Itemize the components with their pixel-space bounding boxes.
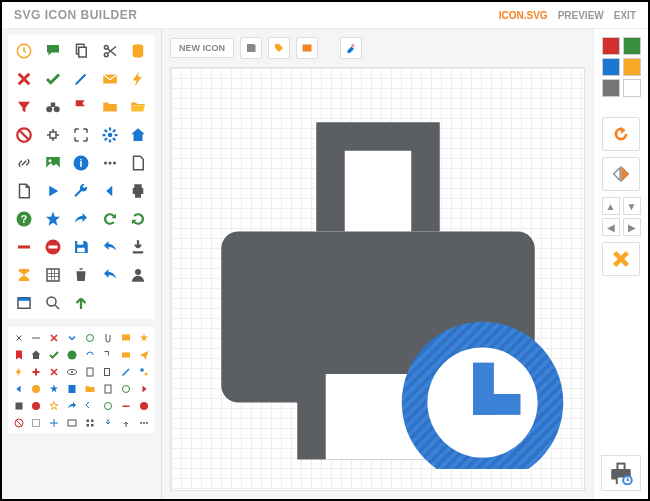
sm-docs-icon[interactable] [100,364,115,379]
document-icon[interactable] [126,151,150,175]
sm-folder2-icon[interactable] [83,381,98,396]
nudge-right-button[interactable]: ▶ [623,218,641,236]
sm-next-icon[interactable] [136,381,151,396]
sm-fav-icon[interactable] [47,398,62,413]
sm-doc-icon[interactable] [83,364,98,379]
sm-dl-icon[interactable] [100,415,115,430]
sm-bookmark-icon[interactable] [11,347,26,362]
sm-doc2-icon[interactable] [100,381,115,396]
color-gray[interactable] [602,79,620,97]
sm-pencil2-icon[interactable] [118,364,133,379]
sm-collapse-icon[interactable] [29,330,44,345]
arrow-up-icon[interactable] [69,291,93,315]
sm-panel-icon[interactable] [65,415,80,430]
copy-icon[interactable] [69,39,93,63]
sm-mail2-icon[interactable] [118,347,133,362]
sm-send-icon[interactable] [136,347,151,362]
sm-corner-icon[interactable] [100,347,115,362]
pencil-icon[interactable] [69,67,93,91]
clock-icon[interactable] [12,39,36,63]
sm-check-icon[interactable] [47,347,62,362]
page-icon[interactable] [12,179,36,203]
target-icon[interactable] [41,123,65,147]
trash-icon[interactable] [69,263,93,287]
sm-plus-icon[interactable] [29,364,44,379]
folder-icon[interactable] [98,95,122,119]
search-icon[interactable] [41,291,65,315]
close-icon[interactable] [12,67,36,91]
color-blue[interactable] [602,58,620,76]
image-icon[interactable] [41,151,65,175]
sm-grid2-icon[interactable] [83,415,98,430]
sm-book-icon[interactable] [65,381,80,396]
home-icon[interactable] [126,123,150,147]
minus-icon[interactable] [12,235,36,259]
wrench-icon[interactable] [69,179,93,203]
dots-icon[interactable] [98,151,122,175]
color-green[interactable] [623,37,641,55]
remove-circle-icon[interactable] [41,235,65,259]
help-icon[interactable]: ? [12,207,36,231]
sm-close-icon[interactable] [47,330,62,345]
undo-icon[interactable] [98,235,122,259]
refresh-icon[interactable] [98,207,122,231]
download-icon[interactable] [126,235,150,259]
sm-ul-icon[interactable] [118,415,133,430]
back-icon[interactable] [98,179,122,203]
sm-eye-icon[interactable] [65,364,80,379]
database-icon[interactable] [126,39,150,63]
user-icon[interactable] [126,263,150,287]
sm-stop-icon[interactable] [29,398,44,413]
grid-icon[interactable] [41,263,65,287]
sm-chat-icon[interactable] [118,330,133,345]
sm-arrows-icon[interactable] [47,415,62,430]
print-icon[interactable] [126,179,150,203]
sm-select-icon[interactable] [29,415,44,430]
sm-save2-icon[interactable] [11,398,26,413]
nudge-down-button[interactable]: ▼ [623,197,641,215]
link-icon[interactable] [12,151,36,175]
sm-del-icon[interactable] [136,398,151,413]
nudge-left-button[interactable]: ◀ [602,218,620,236]
share-icon[interactable] [69,207,93,231]
save-icon[interactable] [69,235,93,259]
fullscreen-icon[interactable] [69,123,93,147]
sm-loop-icon[interactable] [100,398,115,413]
sm-star-icon[interactable] [136,330,151,345]
canvas[interactable] [170,67,585,491]
star-icon[interactable] [41,207,65,231]
sm-dots2-icon[interactable] [136,415,151,430]
sm-down-icon[interactable] [65,330,80,345]
scissors-icon[interactable] [98,39,122,63]
check-icon[interactable] [41,67,65,91]
filename-link[interactable]: ICON.SVG [499,10,548,21]
flag-icon[interactable] [69,95,93,119]
redo-icon[interactable] [126,207,150,231]
save-button[interactable] [240,37,262,59]
chat-icon[interactable] [41,39,65,63]
color-yellow[interactable] [623,58,641,76]
sm-minus2-icon[interactable] [118,398,133,413]
preview-link[interactable]: PREVIEW [558,10,604,21]
sm-reply2-icon[interactable] [65,398,80,413]
flip-button[interactable] [602,157,640,191]
filter-icon[interactable] [12,95,36,119]
exit-link[interactable]: EXIT [614,10,636,21]
sm-clip-icon[interactable] [100,330,115,345]
folder-open-icon[interactable] [126,95,150,119]
sum-icon[interactable] [12,263,36,287]
sm-home-icon[interactable] [29,347,44,362]
sm-ok-icon[interactable] [65,347,80,362]
color-white[interactable] [623,79,641,97]
delete-button[interactable] [602,242,640,276]
sm-expand-icon[interactable] [11,330,26,345]
image-button[interactable] [296,37,318,59]
sm-block-icon[interactable] [11,415,26,430]
sm-redo2-icon[interactable] [83,347,98,362]
play-icon[interactable] [41,179,65,203]
eraser-button[interactable] [340,37,362,59]
cancel-icon[interactable] [12,123,36,147]
mail-icon[interactable] [98,67,122,91]
sm-shapes-icon[interactable] [136,364,151,379]
color-red[interactable] [602,37,620,55]
